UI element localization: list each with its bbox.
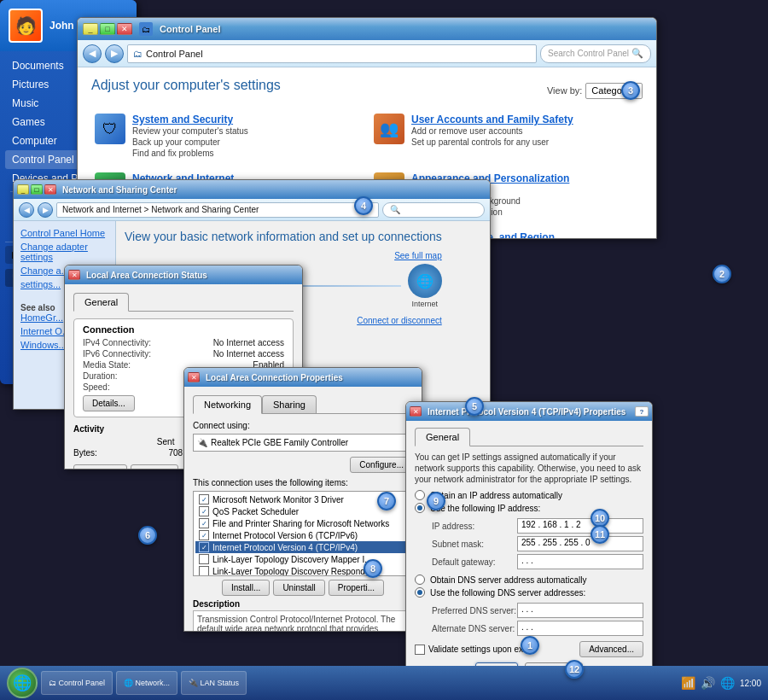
security-desc3: Find and fix problems	[132, 148, 248, 159]
ipv4-desc: You can get IP settings assigned automat…	[415, 452, 643, 485]
tab-sharing[interactable]: Sharing	[262, 395, 317, 413]
users-title[interactable]: User Accounts and Family Safety	[411, 114, 573, 125]
forward-button[interactable]: ▶	[105, 44, 124, 63]
maximize-button[interactable]: □	[100, 23, 115, 35]
taskbar: 🌐 🗂 Control Panel 🌐 Network... 🔌 LAN Sta…	[0, 666, 768, 700]
properties-button[interactable]: Propert...	[73, 464, 127, 470]
close-button[interactable]: ✕	[117, 23, 132, 35]
manual-ip-radio[interactable]	[415, 503, 425, 513]
ipv6-label: IPv6 Connectivity:	[83, 349, 151, 359]
list-item-qos[interactable]: ✓ QoS Packet Scheduler	[195, 505, 410, 517]
nsc-address-bar[interactable]: Network and Internet > Network and Shari…	[56, 202, 379, 218]
lan-status-close-button[interactable]: ✕	[68, 270, 80, 280]
install-buttons: Install... Uninstall Properti...	[193, 580, 413, 596]
control-panel-titlebar: _ □ ✕ 🗂 Control Panel	[78, 18, 656, 40]
alternate-dns-input[interactable]: . . .	[517, 621, 643, 636]
cp-item-users[interactable]: 👥 User Accounts and Family Safety Add or…	[370, 110, 643, 162]
taskbar-lan-status-btn[interactable]: 🔌 LAN Status	[181, 671, 247, 695]
ipv4-row: IPv4 Connectivity: No Internet access	[83, 338, 284, 347]
taskbar-network-btn[interactable]: 🌐 Network...	[116, 671, 177, 695]
nsc-heading: View your basic network information and …	[125, 230, 442, 243]
adapter-row: 🔌 Realtek PCIe GBE Family Controller	[193, 434, 413, 452]
callout-1: 1	[521, 636, 539, 655]
nsc-address-text: Network and Internet > Network and Shari…	[62, 205, 259, 214]
control-panel-toolbar: ◀ ▶ 🗂 Control Panel Search Control Panel…	[78, 40, 656, 67]
lan-props-title: Local Area Connection Properties	[206, 373, 418, 382]
sidebar-adapter-link[interactable]: Change adapter settings	[20, 242, 108, 262]
list-item-ipv6[interactable]: ✓ Internet Protocol Version 6 (TCP/IPv6)	[195, 529, 410, 541]
network-tray-icon: 📶	[681, 676, 695, 690]
install-button[interactable]: Install...	[222, 580, 270, 596]
auto-ip-row: Obtain an IP address automatically	[415, 490, 643, 500]
cp-item-security[interactable]: 🛡 System and Security Review your comput…	[91, 110, 364, 162]
ipv6-row: IPv6 Connectivity: No Internet access	[83, 349, 284, 359]
callout-2: 2	[713, 265, 731, 283]
manual-dns-radio[interactable]	[415, 587, 425, 598]
users-desc1: Add or remove user accounts	[411, 125, 573, 137]
nsc-search-box[interactable]: 🔍	[382, 202, 485, 218]
tab-networking[interactable]: Networking	[193, 395, 262, 414]
gateway-input[interactable]: . . .	[517, 554, 643, 569]
disable-button[interactable]: Disable	[131, 464, 177, 470]
ipv6-value: No Internet access	[213, 349, 284, 359]
auto-dns-label: Obtain DNS server address automatically	[430, 575, 586, 585]
ipv4-label: IPv4 Connectivity:	[83, 338, 151, 347]
lan-props-button[interactable]: Properti...	[329, 580, 384, 596]
checkbox-ipv4[interactable]: ✓	[199, 542, 209, 552]
list-item-printer[interactable]: ✓ File and Printer Sharing for Microsoft…	[195, 517, 410, 529]
volume-tray-icon: 🔊	[701, 676, 715, 690]
nsc-search-icon[interactable]: 🔍	[390, 205, 400, 214]
checkbox-printer[interactable]: ✓	[199, 518, 209, 528]
checkbox-mapper[interactable]	[199, 554, 209, 564]
uninstall-button[interactable]: Uninstall	[273, 580, 324, 596]
list-item-ipv4[interactable]: ✓ Internet Protocol Version 4 (TCP/IPv4)	[195, 541, 410, 553]
see-full-map-link[interactable]: See full map	[394, 251, 442, 260]
nsc-toolbar: ◀ ▶ Network and Internet > Network and S…	[14, 199, 490, 221]
address-bar[interactable]: 🗂 Control Panel	[127, 44, 537, 63]
configure-button[interactable]: Configure...	[350, 457, 413, 473]
ipv4-help-button[interactable]: ?	[635, 406, 649, 417]
description-text: Transmission Control Protocol/Internet P…	[193, 610, 413, 632]
auto-dns-radio[interactable]	[415, 575, 425, 585]
internet-label: Internet	[411, 300, 438, 308]
alternate-dns-label: Alternate DNS server:	[432, 624, 517, 633]
nsc-forward-button[interactable]: ▶	[38, 202, 53, 218]
users-icon: 👥	[374, 114, 404, 144]
connect-disconnect-link[interactable]: Connect or disconnect	[357, 316, 442, 325]
ipv4-close-button[interactable]: ✕	[410, 406, 422, 417]
nsc-maximize-button[interactable]: □	[31, 184, 43, 195]
advanced-button[interactable]: Advanced...	[579, 641, 643, 657]
taskbar-control-panel-btn[interactable]: 🗂 Control Panel	[41, 671, 113, 695]
checkbox-ipv6[interactable]: ✓	[199, 530, 209, 540]
internet-icon: 🌐	[408, 264, 442, 298]
search-placeholder: Search Control Panel	[548, 49, 629, 58]
subnet-input[interactable]: 255 . 255 . 255 . 0	[517, 536, 643, 551]
validate-checkbox[interactable]	[415, 645, 425, 655]
tab-general[interactable]: General	[73, 293, 129, 312]
duration-label: Duration:	[83, 371, 118, 381]
search-box[interactable]: Search Control Panel 🔍	[540, 44, 651, 63]
security-title[interactable]: System and Security	[132, 114, 248, 125]
system-tray: 📶 🔊 🌐 12:00	[681, 676, 761, 690]
sidebar-home-link[interactable]: Control Panel Home	[20, 228, 108, 238]
nsc-close-button[interactable]: ✕	[44, 184, 56, 195]
auto-ip-radio[interactable]	[415, 490, 425, 500]
ie-tray-icon: 🌐	[720, 676, 735, 690]
minimize-button[interactable]: _	[83, 23, 98, 35]
checkbox-qos[interactable]: ✓	[199, 506, 209, 516]
security-desc2: Back up your computer	[132, 137, 248, 148]
preferred-dns-input[interactable]: . . .	[517, 603, 643, 618]
nsc-back-button[interactable]: ◀	[19, 202, 34, 218]
search-icon[interactable]: 🔍	[631, 48, 643, 59]
lan-props-close-button[interactable]: ✕	[188, 372, 200, 382]
speed-label: Speed:	[83, 382, 110, 392]
nsc-minimize-button[interactable]: _	[17, 184, 29, 195]
back-button[interactable]: ◀	[83, 44, 102, 63]
tab-ipv4-general[interactable]: General	[415, 428, 470, 446]
checkbox-monitor[interactable]: ✓	[199, 494, 209, 505]
checkbox-responder[interactable]	[199, 566, 209, 576]
security-icon: 🛡	[95, 114, 125, 144]
start-button[interactable]: 🌐	[7, 668, 38, 698]
ip-address-input[interactable]: 192 . 168 . 1 . 2	[517, 518, 643, 534]
details-button[interactable]: Details...	[83, 395, 135, 411]
